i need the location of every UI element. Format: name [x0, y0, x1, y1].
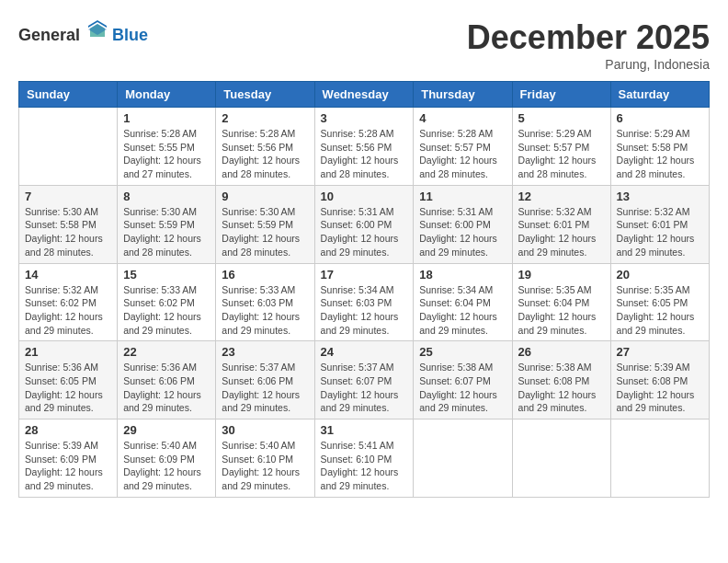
- day-number: 28: [25, 423, 111, 437]
- day-number: 15: [123, 268, 210, 282]
- logo-content: General Blue: [18, 18, 148, 45]
- day-number: 14: [25, 268, 111, 282]
- day-info: Sunrise: 5:28 AMSunset: 5:55 PMDaylight:…: [123, 127, 210, 181]
- day-info: Sunrise: 5:36 AMSunset: 6:05 PMDaylight:…: [25, 361, 111, 415]
- calendar-week-row: 28Sunrise: 5:39 AMSunset: 6:09 PMDayligh…: [19, 419, 710, 498]
- calendar-cell: 9Sunrise: 5:30 AMSunset: 5:59 PMDaylight…: [216, 185, 314, 263]
- day-info: Sunrise: 5:35 AMSunset: 6:05 PMDaylight:…: [617, 283, 703, 338]
- calendar-cell: 10Sunrise: 5:31 AMSunset: 6:00 PMDayligh…: [314, 185, 414, 263]
- calendar-week-row: 14Sunrise: 5:32 AMSunset: 6:02 PMDayligh…: [19, 263, 710, 341]
- day-info: Sunrise: 5:30 AMSunset: 5:59 PMDaylight:…: [123, 205, 210, 259]
- day-info: Sunrise: 5:32 AMSunset: 6:01 PMDaylight:…: [518, 205, 605, 259]
- day-number: 25: [419, 345, 506, 359]
- day-number: 27: [617, 345, 703, 359]
- day-info: Sunrise: 5:41 AMSunset: 6:10 PMDaylight:…: [321, 439, 408, 493]
- day-info: Sunrise: 5:37 AMSunset: 6:07 PMDaylight:…: [321, 361, 408, 415]
- day-number: 23: [222, 345, 308, 359]
- calendar-cell: 18Sunrise: 5:34 AMSunset: 6:04 PMDayligh…: [414, 263, 512, 341]
- day-info: Sunrise: 5:31 AMSunset: 6:00 PMDaylight:…: [321, 205, 408, 259]
- day-number: 8: [123, 190, 210, 203]
- day-info: Sunrise: 5:33 AMSunset: 6:03 PMDaylight:…: [222, 283, 308, 338]
- day-info: Sunrise: 5:38 AMSunset: 6:07 PMDaylight:…: [419, 361, 506, 415]
- calendar-cell: 13Sunrise: 5:32 AMSunset: 6:01 PMDayligh…: [610, 185, 709, 263]
- title-section: December 2025 Parung, Indonesia: [467, 18, 710, 72]
- day-number: 13: [617, 190, 703, 203]
- calendar-cell: 16Sunrise: 5:33 AMSunset: 6:03 PMDayligh…: [216, 263, 314, 341]
- calendar-cell: 19Sunrise: 5:35 AMSunset: 6:04 PMDayligh…: [512, 263, 610, 341]
- day-number: 24: [321, 345, 408, 359]
- day-number: 12: [518, 190, 605, 203]
- day-number: 4: [419, 111, 506, 125]
- calendar-cell: 11Sunrise: 5:31 AMSunset: 6:00 PMDayligh…: [414, 185, 512, 263]
- day-info: Sunrise: 5:39 AMSunset: 6:09 PMDaylight:…: [25, 439, 111, 493]
- calendar-cell: [512, 419, 610, 498]
- day-number: 31: [321, 423, 408, 437]
- day-info: Sunrise: 5:36 AMSunset: 6:06 PMDaylight:…: [123, 361, 210, 415]
- calendar-cell: 23Sunrise: 5:37 AMSunset: 6:06 PMDayligh…: [216, 341, 314, 419]
- day-number: 1: [123, 111, 210, 125]
- calendar-cell: 7Sunrise: 5:30 AMSunset: 5:58 PMDaylight…: [19, 185, 118, 263]
- calendar-cell: 21Sunrise: 5:36 AMSunset: 6:05 PMDayligh…: [19, 341, 118, 419]
- day-number: 30: [222, 423, 308, 437]
- day-number: 10: [321, 190, 408, 203]
- calendar-cell: 31Sunrise: 5:41 AMSunset: 6:10 PMDayligh…: [314, 419, 414, 498]
- calendar-cell: 6Sunrise: 5:29 AMSunset: 5:58 PMDaylight…: [610, 108, 709, 186]
- calendar-cell: 14Sunrise: 5:32 AMSunset: 6:02 PMDayligh…: [19, 263, 118, 341]
- day-info: Sunrise: 5:28 AMSunset: 5:56 PMDaylight:…: [321, 127, 408, 181]
- day-number: 19: [518, 268, 605, 282]
- day-info: Sunrise: 5:33 AMSunset: 6:02 PMDaylight:…: [123, 283, 210, 338]
- day-info: Sunrise: 5:35 AMSunset: 6:04 PMDaylight:…: [518, 283, 605, 338]
- calendar-cell: [414, 419, 512, 498]
- day-number: 7: [25, 190, 111, 203]
- calendar-week-row: 21Sunrise: 5:36 AMSunset: 6:05 PMDayligh…: [19, 341, 710, 419]
- calendar-cell: 3Sunrise: 5:28 AMSunset: 5:56 PMDaylight…: [314, 108, 414, 186]
- day-number: 2: [222, 111, 308, 125]
- calendar-cell: 30Sunrise: 5:40 AMSunset: 6:10 PMDayligh…: [216, 419, 314, 498]
- calendar-header-row: SundayMondayTuesdayWednesdayThursdayFrid…: [19, 82, 710, 108]
- calendar-cell: 20Sunrise: 5:35 AMSunset: 6:05 PMDayligh…: [610, 263, 709, 341]
- day-info: Sunrise: 5:32 AMSunset: 6:01 PMDaylight:…: [617, 205, 703, 259]
- calendar-cell: 27Sunrise: 5:39 AMSunset: 6:08 PMDayligh…: [610, 341, 709, 419]
- day-info: Sunrise: 5:34 AMSunset: 6:03 PMDaylight:…: [321, 283, 408, 338]
- day-number: 16: [222, 268, 308, 282]
- calendar-cell: 12Sunrise: 5:32 AMSunset: 6:01 PMDayligh…: [512, 185, 610, 263]
- calendar-cell: 2Sunrise: 5:28 AMSunset: 5:56 PMDaylight…: [216, 108, 314, 186]
- day-info: Sunrise: 5:29 AMSunset: 5:57 PMDaylight:…: [518, 127, 605, 181]
- calendar-cell: 28Sunrise: 5:39 AMSunset: 6:09 PMDayligh…: [19, 419, 118, 498]
- day-number: 3: [321, 111, 408, 125]
- day-header-thursday: Thursday: [414, 82, 512, 108]
- calendar-cell: [610, 419, 709, 498]
- day-info: Sunrise: 5:38 AMSunset: 6:08 PMDaylight:…: [518, 361, 605, 415]
- day-number: 22: [123, 345, 210, 359]
- calendar-cell: 15Sunrise: 5:33 AMSunset: 6:02 PMDayligh…: [118, 263, 216, 341]
- day-number: 5: [518, 111, 605, 125]
- calendar-table: SundayMondayTuesdayWednesdayThursdayFrid…: [18, 81, 710, 498]
- day-number: 20: [617, 268, 703, 282]
- calendar-cell: 24Sunrise: 5:37 AMSunset: 6:07 PMDayligh…: [314, 341, 414, 419]
- day-number: 18: [419, 268, 506, 282]
- day-info: Sunrise: 5:34 AMSunset: 6:04 PMDaylight:…: [419, 283, 506, 338]
- calendar-cell: 26Sunrise: 5:38 AMSunset: 6:08 PMDayligh…: [512, 341, 610, 419]
- month-year-title: December 2025: [467, 18, 710, 57]
- day-info: Sunrise: 5:30 AMSunset: 5:58 PMDaylight:…: [25, 205, 111, 259]
- day-header-friday: Friday: [512, 82, 610, 108]
- calendar-cell: 17Sunrise: 5:34 AMSunset: 6:03 PMDayligh…: [314, 263, 414, 341]
- day-number: 29: [123, 423, 210, 437]
- calendar-cell: 4Sunrise: 5:28 AMSunset: 5:57 PMDaylight…: [414, 108, 512, 186]
- logo: General Blue: [18, 18, 148, 45]
- calendar-week-row: 7Sunrise: 5:30 AMSunset: 5:58 PMDaylight…: [19, 185, 710, 263]
- day-number: 11: [419, 190, 506, 203]
- day-info: Sunrise: 5:32 AMSunset: 6:02 PMDaylight:…: [25, 283, 111, 338]
- calendar-cell: 29Sunrise: 5:40 AMSunset: 6:09 PMDayligh…: [118, 419, 216, 498]
- logo-icon: [86, 18, 108, 40]
- day-header-wednesday: Wednesday: [314, 82, 414, 108]
- day-header-sunday: Sunday: [19, 82, 118, 108]
- calendar-cell: [19, 108, 118, 186]
- day-info: Sunrise: 5:37 AMSunset: 6:06 PMDaylight:…: [222, 361, 308, 415]
- logo-general: General: [18, 26, 80, 44]
- day-header-monday: Monday: [118, 82, 216, 108]
- day-info: Sunrise: 5:31 AMSunset: 6:00 PMDaylight:…: [419, 205, 506, 259]
- day-info: Sunrise: 5:40 AMSunset: 6:09 PMDaylight:…: [123, 439, 210, 493]
- day-number: 21: [25, 345, 111, 359]
- day-number: 9: [222, 190, 308, 203]
